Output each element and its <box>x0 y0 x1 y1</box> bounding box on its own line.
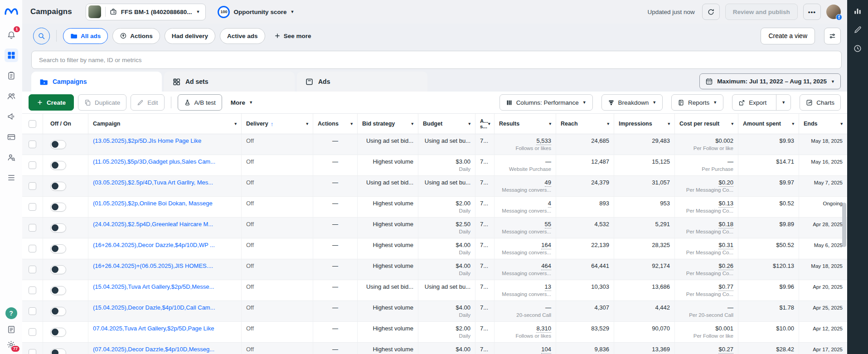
column-caret-icon[interactable]: ▾ <box>607 121 609 126</box>
column-header-campaign[interactable]: Campaign▾ <box>88 114 242 134</box>
campaign-toggle[interactable] <box>50 307 66 316</box>
tab-campaigns[interactable]: Campaigns <box>31 72 162 92</box>
opportunity-score[interactable]: 100 Opportunity score ▼ <box>218 6 294 18</box>
insights-chart-icon[interactable] <box>853 6 862 15</box>
campaign-toggle[interactable] <box>50 140 66 149</box>
campaign-toggle[interactable] <box>50 349 66 354</box>
column-header-budget[interactable]: Budget▾ <box>418 114 475 134</box>
export-caret[interactable]: ▼ <box>776 95 790 110</box>
column-caret-icon[interactable]: ▾ <box>731 121 733 126</box>
column-caret-icon[interactable]: ▾ <box>792 121 794 126</box>
billing-icon[interactable] <box>5 130 18 144</box>
column-caret-icon[interactable]: ▾ <box>234 121 237 126</box>
column-header-impressions[interactable]: Impressions▾ <box>614 114 675 134</box>
campaign-link[interactable]: (24.04.2025),$2.5p4D,Greenleaf Haircare … <box>93 221 213 228</box>
filter-pill-all-ads[interactable]: All ads <box>63 28 108 44</box>
row-checkbox[interactable] <box>29 328 36 336</box>
campaign-link[interactable]: (03.05.2025),$2.5p/4D,Tuva Art Garllry, … <box>93 179 213 186</box>
account-search-icon[interactable] <box>5 150 18 164</box>
meta-logo[interactable] <box>3 4 19 20</box>
date-range-selector[interactable]: Maximum: Jul 11, 2022 – Aug 11, 2025 ▼ <box>699 73 841 89</box>
create-view-button[interactable]: Create a view <box>761 28 815 44</box>
campaign-link[interactable]: (07.04.2025),Decor Dazzle,$4p/10D,Messeg… <box>93 346 214 353</box>
row-checkbox[interactable] <box>29 141 36 148</box>
column-header-actions[interactable]: Actions▾ <box>313 114 358 134</box>
search-input[interactable] <box>31 51 842 69</box>
ab-test-button[interactable]: A/B test <box>178 94 222 111</box>
all-tools-icon[interactable] <box>5 171 18 184</box>
campaign-link[interactable]: (01.05.2025),$2p,Online Boi Dokan, Masse… <box>93 200 213 207</box>
column-header-off-on[interactable]: Off / On <box>43 114 88 134</box>
column-header-reach[interactable]: Reach▾ <box>556 114 614 134</box>
column-header-attribution[interactable]: A...s...▾ <box>475 114 495 134</box>
account-selector[interactable]: FFS BM-1 (8402088680... ▼ <box>86 4 206 20</box>
refresh-button[interactable] <box>702 4 720 20</box>
row-checkbox[interactable] <box>29 349 36 354</box>
review-publish-button[interactable]: Review and publish <box>725 4 798 20</box>
column-header-results[interactable]: Results▾ <box>495 114 556 134</box>
row-checkbox[interactable] <box>29 203 36 211</box>
edit-pencil-icon[interactable] <box>853 25 862 34</box>
advertise-icon[interactable] <box>5 110 18 123</box>
campaign-toggle[interactable] <box>50 161 66 170</box>
help-icon[interactable]: ? <box>5 307 17 319</box>
column-header-bid-strategy[interactable]: Bid strategy▾ <box>358 114 418 134</box>
column-caret-icon[interactable]: ▾ <box>840 121 843 126</box>
column-caret-icon[interactable]: ▾ <box>350 121 353 126</box>
export-button[interactable]: Export <box>732 95 772 110</box>
column-caret-icon[interactable]: ▾ <box>668 121 670 126</box>
campaign-link[interactable]: (11.05.2025),$5p/3D,Gadget plus,Sales Ca… <box>93 158 215 165</box>
campaign-link[interactable]: (16+26.04.2025),Decor Dazzle,$4p/10D,WP … <box>93 242 215 248</box>
column-header-cost-per-result[interactable]: Cost per result▾ <box>675 114 738 134</box>
row-checkbox[interactable] <box>29 266 36 273</box>
filter-pill-had-delivery[interactable]: Had delivery <box>165 28 215 44</box>
campaign-link[interactable]: (13.05.2025),$2p/5D.JIs Home Page Like <box>93 137 201 144</box>
more-options-button[interactable]: ••• <box>803 4 821 20</box>
tab-ads[interactable]: Ads <box>297 72 427 92</box>
column-caret-icon[interactable]: ▾ <box>411 121 413 126</box>
column-caret-icon[interactable]: ▾ <box>549 121 551 126</box>
column-caret-icon[interactable]: ▾ <box>468 121 470 126</box>
row-checkbox[interactable] <box>29 224 36 232</box>
campaign-link[interactable]: (16+26.04.2025)+(06.05.2025),JIS HOMES..… <box>93 262 213 269</box>
column-header-ends[interactable]: Ends▾ <box>799 114 847 134</box>
campaign-link[interactable]: (15.04.2025),Decor Dazle,$4p/10D,Call Ca… <box>93 304 215 311</box>
column-header-amount-spent[interactable]: Amount spent▾ <box>738 114 799 134</box>
campaign-toggle[interactable] <box>50 265 66 274</box>
user-avatar[interactable]: f <box>826 5 841 19</box>
campaign-toggle[interactable] <box>50 244 66 253</box>
campaign-toggle[interactable] <box>50 328 66 337</box>
campaign-toggle[interactable] <box>50 203 66 212</box>
reports-button[interactable]: Reports▼ <box>671 94 723 111</box>
columns-button[interactable]: Columns: Performance▼ <box>499 94 593 111</box>
audiences-icon[interactable] <box>5 89 18 103</box>
ads-reporting-icon[interactable] <box>5 69 18 82</box>
duplicate-button[interactable]: Duplicate <box>78 94 126 111</box>
sidebar-item-campaigns[interactable] <box>5 48 18 62</box>
campaign-link[interactable]: (15.04.2025),Tuva Art Gallery,$2p/5D,Mes… <box>93 283 214 290</box>
select-all-checkbox[interactable] <box>29 120 36 128</box>
settings-gear-icon[interactable]: 77 <box>6 340 16 349</box>
page-posts-icon[interactable] <box>7 325 16 334</box>
row-checkbox[interactable] <box>29 307 36 315</box>
edit-button[interactable]: Edit <box>131 94 164 111</box>
create-button[interactable]: Create <box>29 94 74 111</box>
search-filter-button[interactable] <box>33 28 50 44</box>
filter-pill-active-ads[interactable]: Active ads <box>220 28 265 44</box>
breakdown-button[interactable]: Breakdown▼ <box>601 94 663 111</box>
row-checkbox[interactable] <box>29 182 36 190</box>
campaign-link[interactable]: 07.04.2025,Tuva Art Gallery,$2p/5D,Page … <box>93 325 214 332</box>
column-header-select[interactable] <box>22 114 43 134</box>
row-checkbox[interactable] <box>29 286 36 294</box>
column-header-delivery[interactable]: Delivery↑▾ <box>242 114 313 134</box>
campaign-toggle[interactable] <box>50 182 66 191</box>
more-dropdown[interactable]: More▼ <box>226 99 257 106</box>
filter-settings-button[interactable] <box>824 28 841 44</box>
history-clock-icon[interactable] <box>853 44 862 53</box>
campaign-toggle[interactable] <box>50 286 66 295</box>
vertical-scrollbar[interactable] <box>842 203 846 247</box>
filter-pill-actions[interactable]: Actions <box>112 28 160 44</box>
charts-button[interactable]: Charts <box>800 94 841 111</box>
column-caret-icon[interactable]: ▾ <box>488 121 490 126</box>
tab-ad-sets[interactable]: Ad sets <box>164 72 295 92</box>
